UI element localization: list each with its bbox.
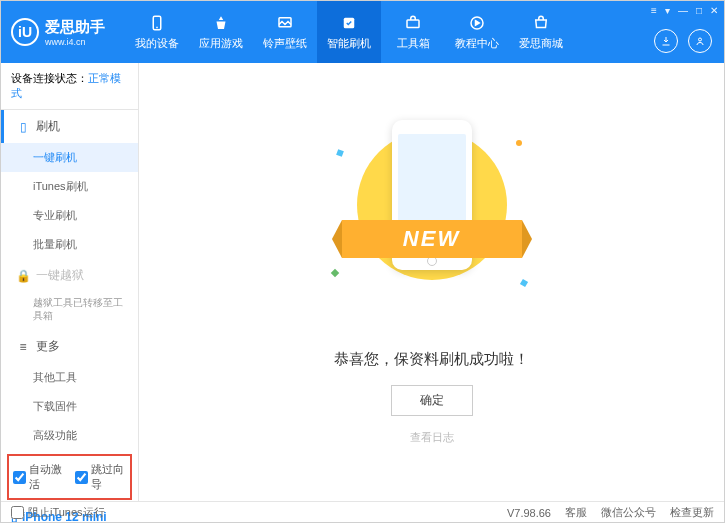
tab-tutorials[interactable]: 教程中心 <box>445 1 509 63</box>
tab-my-device[interactable]: 我的设备 <box>125 1 189 63</box>
svg-rect-4 <box>407 20 419 28</box>
check-update-link[interactable]: 检查更新 <box>670 505 714 520</box>
pin-icon[interactable]: ▾ <box>665 5 670 16</box>
section-label: 刷机 <box>36 118 60 135</box>
checkbox-skip-guide[interactable]: 跳过向导 <box>75 462 127 492</box>
tab-label: 工具箱 <box>397 36 430 51</box>
apps-icon <box>211 13 231 33</box>
section-label: 一键越狱 <box>36 267 84 284</box>
sidebar-item-batch-flash[interactable]: 批量刷机 <box>1 230 138 259</box>
phone-icon: ▯ <box>16 120 30 134</box>
customer-service-link[interactable]: 客服 <box>565 505 587 520</box>
view-log-link[interactable]: 查看日志 <box>410 430 454 445</box>
tab-label: 铃声壁纸 <box>263 36 307 51</box>
app-header: iU 爱思助手 www.i4.cn 我的设备 应用游戏 铃声壁纸 智能刷机 工具… <box>1 1 724 63</box>
tab-label: 爱思商城 <box>519 36 563 51</box>
app-title: 爱思助手 <box>45 18 105 37</box>
section-label: 更多 <box>36 338 60 355</box>
tab-flash[interactable]: 智能刷机 <box>317 1 381 63</box>
sidebar-item-itunes-flash[interactable]: iTunes刷机 <box>1 172 138 201</box>
sidebar-section-more[interactable]: ≡ 更多 <box>1 330 138 363</box>
tab-label: 教程中心 <box>455 36 499 51</box>
jailbreak-note: 越狱工具已转移至工具箱 <box>1 292 138 330</box>
minimize-icon[interactable]: — <box>678 5 688 16</box>
tutorial-icon <box>467 13 487 33</box>
version-label: V7.98.66 <box>507 507 551 519</box>
sidebar-section-jailbreak: 🔒 一键越狱 <box>1 259 138 292</box>
main-content: NEW 恭喜您，保资料刷机成功啦！ 确定 查看日志 <box>139 63 724 501</box>
checkbox-auto-activate[interactable]: 自动激活 <box>13 462 65 492</box>
toolbox-icon <box>403 13 423 33</box>
connection-status: 设备连接状态：正常模式 <box>1 63 138 110</box>
success-illustration: NEW <box>357 120 507 320</box>
phone-icon <box>147 13 167 33</box>
checkbox-block-itunes[interactable]: 阻止iTunes运行 <box>11 505 105 520</box>
store-icon <box>531 13 551 33</box>
sidebar-item-oneclick-flash[interactable]: 一键刷机 <box>1 143 138 172</box>
flash-icon <box>339 13 359 33</box>
app-url: www.i4.cn <box>45 37 105 47</box>
logo: iU 爱思助手 www.i4.cn <box>11 18 105 47</box>
user-button[interactable] <box>688 29 712 53</box>
nav-tabs: 我的设备 应用游戏 铃声壁纸 智能刷机 工具箱 教程中心 爱思商城 <box>125 1 573 63</box>
sidebar-item-pro-flash[interactable]: 专业刷机 <box>1 201 138 230</box>
logo-icon: iU <box>11 18 39 46</box>
new-ribbon: NEW <box>342 220 522 258</box>
sidebar-section-flash[interactable]: ▯ 刷机 <box>1 110 138 143</box>
tab-label: 我的设备 <box>135 36 179 51</box>
sidebar-item-advanced[interactable]: 高级功能 <box>1 421 138 450</box>
close-icon[interactable]: ✕ <box>710 5 718 16</box>
ok-button[interactable]: 确定 <box>391 385 473 416</box>
tab-store[interactable]: 爱思商城 <box>509 1 573 63</box>
svg-point-6 <box>699 38 702 41</box>
more-icon: ≡ <box>16 340 30 354</box>
download-button[interactable] <box>654 29 678 53</box>
sidebar: 设备连接状态：正常模式 ▯ 刷机 一键刷机 iTunes刷机 专业刷机 批量刷机… <box>1 63 139 501</box>
success-message: 恭喜您，保资料刷机成功啦！ <box>334 350 529 369</box>
tab-label: 应用游戏 <box>199 36 243 51</box>
window-controls: ≡ ▾ — □ ✕ <box>651 5 718 16</box>
tab-apps[interactable]: 应用游戏 <box>189 1 253 63</box>
sidebar-item-download-firmware[interactable]: 下载固件 <box>1 392 138 421</box>
wallpaper-icon <box>275 13 295 33</box>
tab-ringtones[interactable]: 铃声壁纸 <box>253 1 317 63</box>
tab-label: 智能刷机 <box>327 36 371 51</box>
wechat-link[interactable]: 微信公众号 <box>601 505 656 520</box>
maximize-icon[interactable]: □ <box>696 5 702 16</box>
lock-icon: 🔒 <box>16 269 30 283</box>
sidebar-item-other-tools[interactable]: 其他工具 <box>1 363 138 392</box>
options-highlighted: 自动激活 跳过向导 <box>7 454 132 500</box>
tab-toolbox[interactable]: 工具箱 <box>381 1 445 63</box>
menu-icon[interactable]: ≡ <box>651 5 657 16</box>
